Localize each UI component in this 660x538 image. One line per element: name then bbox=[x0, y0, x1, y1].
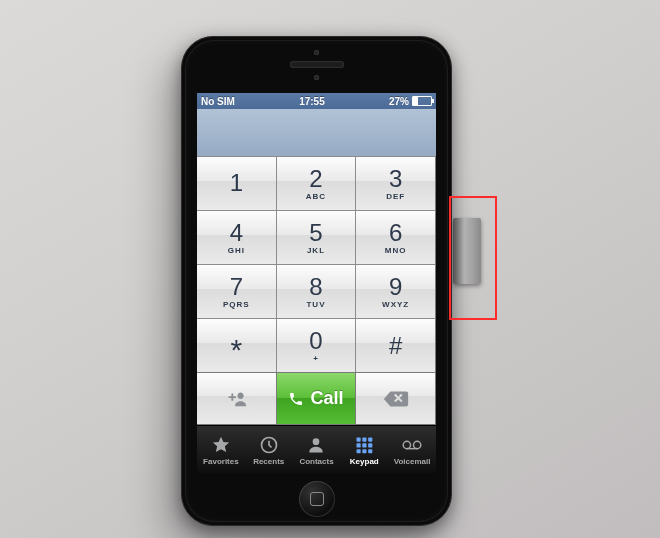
svg-point-1 bbox=[313, 438, 320, 445]
svg-rect-4 bbox=[368, 437, 372, 441]
tab-contacts[interactable]: Contacts bbox=[293, 426, 341, 473]
key-3[interactable]: 3DEF bbox=[355, 156, 436, 211]
svg-rect-3 bbox=[363, 437, 367, 441]
iphone-device: No SIM 17:55 27% 1 2ABC 3DEF 4GHI 5JKL 6… bbox=[181, 36, 452, 526]
tab-keypad[interactable]: Keypad bbox=[340, 426, 388, 473]
add-contact-icon bbox=[225, 389, 247, 409]
svg-rect-2 bbox=[357, 437, 361, 441]
add-contact-button[interactable] bbox=[197, 372, 277, 425]
svg-rect-9 bbox=[363, 449, 367, 453]
key-2[interactable]: 2ABC bbox=[276, 156, 357, 211]
camera-sensor bbox=[314, 75, 319, 80]
tab-favorites[interactable]: Favorites bbox=[197, 426, 245, 473]
svg-rect-5 bbox=[357, 443, 361, 447]
clock-icon bbox=[258, 435, 280, 455]
key-star[interactable]: * bbox=[197, 318, 277, 373]
key-0[interactable]: 0+ bbox=[276, 318, 357, 373]
backspace-icon bbox=[382, 390, 410, 408]
battery-icon bbox=[412, 96, 432, 106]
photo-scene: No SIM 17:55 27% 1 2ABC 3DEF 4GHI 5JKL 6… bbox=[0, 0, 660, 538]
svg-rect-7 bbox=[368, 443, 372, 447]
action-row: Call bbox=[197, 373, 436, 425]
key-4[interactable]: 4GHI bbox=[197, 210, 277, 265]
clock-label: 17:55 bbox=[299, 96, 325, 107]
phone-icon bbox=[288, 391, 304, 407]
key-7[interactable]: 7PQRS bbox=[197, 264, 277, 319]
delete-button[interactable] bbox=[355, 372, 436, 425]
svg-point-12 bbox=[414, 441, 421, 448]
svg-rect-6 bbox=[363, 443, 367, 447]
key-1[interactable]: 1 bbox=[197, 156, 277, 211]
star-icon bbox=[210, 435, 232, 455]
number-display bbox=[197, 109, 436, 157]
home-button[interactable] bbox=[299, 481, 335, 517]
carrier-label: No SIM bbox=[201, 96, 235, 107]
phone-screen: No SIM 17:55 27% 1 2ABC 3DEF 4GHI 5JKL 6… bbox=[197, 93, 436, 473]
key-hash[interactable]: # bbox=[355, 318, 436, 373]
call-button[interactable]: Call bbox=[276, 372, 357, 425]
status-bar: No SIM 17:55 27% bbox=[197, 93, 436, 109]
tab-voicemail[interactable]: Voicemail bbox=[388, 426, 436, 473]
key-6[interactable]: 6MNO bbox=[355, 210, 436, 265]
tab-bar: Favorites Recents Contacts Keypad Voicem… bbox=[197, 425, 436, 473]
voicemail-icon bbox=[401, 435, 423, 455]
svg-rect-10 bbox=[368, 449, 372, 453]
tab-recents[interactable]: Recents bbox=[245, 426, 293, 473]
svg-rect-8 bbox=[357, 449, 361, 453]
dial-keypad: 1 2ABC 3DEF 4GHI 5JKL 6MNO 7PQRS 8TUV 9W… bbox=[197, 157, 436, 373]
key-5[interactable]: 5JKL bbox=[276, 210, 357, 265]
proximity-sensor bbox=[314, 50, 319, 55]
annotation-rectangle bbox=[449, 196, 497, 320]
keypad-icon bbox=[353, 435, 375, 455]
key-8[interactable]: 8TUV bbox=[276, 264, 357, 319]
key-9[interactable]: 9WXYZ bbox=[355, 264, 436, 319]
contact-icon bbox=[305, 435, 327, 455]
call-label: Call bbox=[310, 388, 343, 409]
battery-pct: 27% bbox=[389, 96, 409, 107]
svg-point-11 bbox=[403, 441, 410, 448]
earpiece-speaker bbox=[290, 61, 344, 68]
